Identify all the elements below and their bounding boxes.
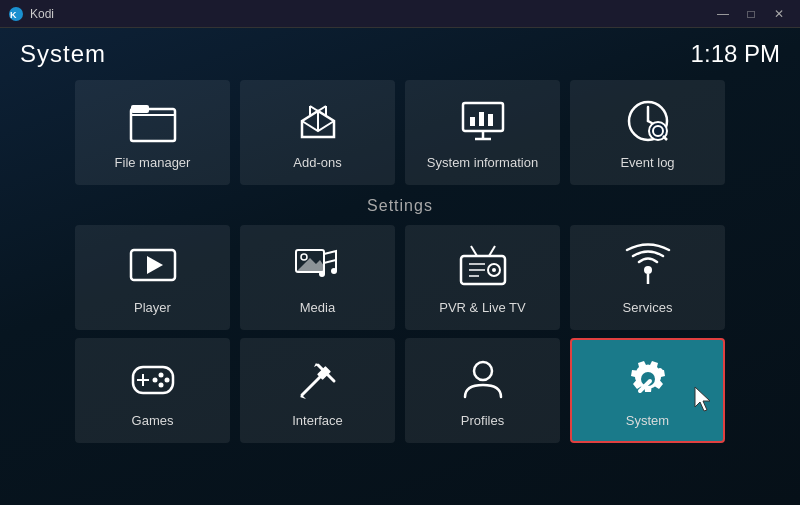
system-information-label: System information [427,155,538,170]
file-manager-label: File manager [115,155,191,170]
app-title: Kodi [30,7,54,21]
svg-point-19 [301,254,307,260]
svg-line-14 [663,136,667,140]
interface-icon [292,353,344,405]
kodi-icon: K [8,6,24,22]
tile-interface[interactable]: Interface [240,338,395,443]
svg-point-32 [492,268,496,272]
maximize-button[interactable]: □ [738,4,764,24]
system-icon [622,353,674,405]
tile-player[interactable]: Player [75,225,230,330]
svg-marker-20 [296,258,324,272]
services-label: Services [623,300,673,315]
player-label: Player [134,300,171,315]
pvr-icon [457,240,509,292]
tile-file-manager[interactable]: File manager [75,80,230,185]
svg-rect-7 [488,114,493,126]
svg-point-23 [319,271,325,277]
svg-point-24 [331,268,337,274]
svg-point-39 [164,378,169,383]
cursor-icon [693,385,715,413]
svg-line-29 [471,246,477,256]
svg-text:K: K [10,10,17,20]
settings-row-1: Player [60,225,740,330]
utility-grid: File manager Add-ons [60,80,740,185]
add-ons-icon [292,95,344,147]
system-label: System [626,413,669,428]
svg-rect-3 [131,105,149,113]
tile-event-log[interactable]: Event log [570,80,725,185]
svg-line-42 [302,375,322,395]
player-icon [127,240,179,292]
system-information-icon [457,95,509,147]
tile-profiles[interactable]: Profiles [405,338,560,443]
window-controls: — □ ✕ [710,4,792,24]
content-area: File manager Add-ons [0,80,800,505]
interface-label: Interface [292,413,343,428]
profiles-icon [457,353,509,405]
close-button[interactable]: ✕ [766,4,792,24]
page-title: System [20,40,106,68]
settings-row-2: Games Interface [60,338,740,443]
tile-services[interactable]: Services [570,225,725,330]
titlebar: K Kodi — □ ✕ [0,0,800,28]
clock-display: 1:18 PM [691,40,780,68]
media-icon [292,240,344,292]
profiles-label: Profiles [461,413,504,428]
tile-add-ons[interactable]: Add-ons [240,80,395,185]
svg-rect-5 [470,117,475,126]
svg-rect-6 [479,112,484,126]
tile-system[interactable]: System [570,338,725,443]
svg-marker-17 [147,256,163,274]
settings-section-label: Settings [60,193,740,217]
games-icon [127,353,179,405]
event-log-label: Event log [620,155,674,170]
media-label: Media [300,300,335,315]
topbar: System 1:18 PM [0,28,800,80]
games-label: Games [132,413,174,428]
services-icon [622,240,674,292]
tile-games[interactable]: Games [75,338,230,443]
svg-point-40 [158,383,163,388]
minimize-button[interactable]: — [710,4,736,24]
tile-media[interactable]: Media [240,225,395,330]
tile-system-information[interactable]: System information [405,80,560,185]
svg-line-30 [489,246,495,256]
event-log-icon [622,95,674,147]
pvr-label: PVR & Live TV [439,300,525,315]
app-window: System 1:18 PM File manager [0,28,800,505]
svg-marker-50 [695,387,710,411]
titlebar-left: K Kodi [8,6,54,22]
svg-rect-2 [131,109,175,141]
svg-point-41 [152,378,157,383]
tile-pvr-live-tv[interactable]: PVR & Live TV [405,225,560,330]
file-manager-icon [127,95,179,147]
svg-point-33 [644,266,652,274]
add-ons-label: Add-ons [293,155,341,170]
svg-point-47 [474,362,492,380]
svg-point-38 [158,373,163,378]
